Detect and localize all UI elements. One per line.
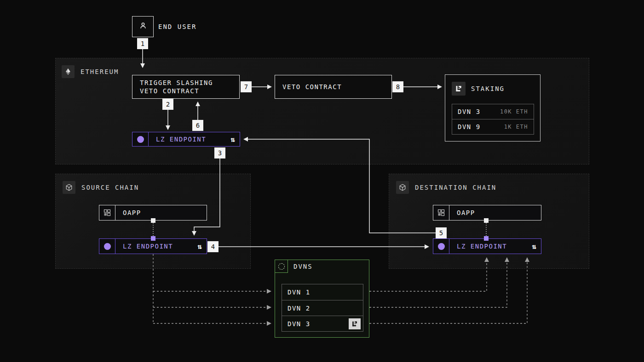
endpoint-dot-icon [99, 239, 115, 254]
destination-lz-endpoint-node: LZ ENDPOINT ⇅ [433, 238, 541, 254]
cube-icon [63, 181, 75, 194]
endpoint-dot-icon [132, 132, 149, 146]
src-oapp-port [151, 218, 155, 223]
dvns-label: DVNS [293, 260, 313, 273]
step-badge-3: 3 [214, 147, 225, 158]
step-badge-7: 7 [241, 81, 252, 92]
swap-arrows-icon: ⇅ [197, 239, 207, 254]
dvn-row-1: DVN 1 [282, 284, 363, 300]
diagram-canvas: END USER 1 2 3 4 5 6 7 8 ETHEREUM TRIGGE… [0, 0, 644, 362]
oapp-grid-icon [433, 205, 449, 220]
staking-dvn9-name: DVN 9 [458, 123, 481, 130]
destination-lz-endpoint-label: LZ ENDPOINT [449, 239, 507, 254]
ethereum-lz-endpoint-label: LZ ENDPOINT [149, 132, 206, 146]
staking-node: STAKING DVN 3 10K ETH DVN 9 1K ETH [445, 74, 540, 141]
step-badge-6: 6 [192, 120, 203, 131]
swap-arrows-icon: ⇅ [230, 132, 240, 146]
destination-oapp-label: OAPP [449, 205, 475, 220]
step-badge-8: 8 [392, 81, 403, 92]
dvn-list: DVN 1 DVN 2 DVN 3 [282, 284, 363, 332]
dst-endpoint-port [484, 236, 489, 241]
staking-label: STAKING [471, 85, 505, 92]
source-oapp-label: OAPP [115, 205, 141, 220]
dst-oapp-port [484, 218, 489, 223]
ethereum-header: ETHEREUM [62, 65, 119, 78]
step-badge-5: 5 [436, 227, 447, 238]
source-lz-endpoint-label: LZ ENDPOINT [115, 239, 173, 254]
trigger-contract-line1: TRIGGER SLASHING [140, 79, 232, 87]
dvn-row-3: DVN 3 [282, 316, 363, 331]
cube-icon [396, 181, 409, 194]
step-badge-1: 1 [137, 38, 148, 49]
destination-chain-label: DESTINATION CHAIN [415, 184, 496, 191]
veto-contract-label: VETO CONTRACT [282, 83, 384, 91]
user-icon [139, 22, 147, 32]
destination-chain-header: DESTINATION CHAIN [396, 181, 496, 194]
trigger-contract-line2: VETO CONTRACT [140, 87, 232, 95]
staking-dvn3-stake: 10K ETH [500, 108, 528, 115]
oapp-grid-icon [99, 205, 115, 220]
ethereum-icon [62, 65, 75, 78]
step-badge-4: 4 [207, 241, 218, 252]
end-user-node [132, 16, 154, 37]
trigger-slashing-veto-contract-node: TRIGGER SLASHING VETO CONTRACT [132, 75, 240, 99]
staking-row-dvn9: DVN 9 1K ETH [452, 119, 534, 135]
veto-contract-node: VETO CONTRACT [275, 75, 392, 99]
ethereum-lz-endpoint-node: LZ ENDPOINT ⇅ [132, 132, 240, 147]
dvns-node: DVNS DVN 1 DVN 2 DVN 3 [275, 260, 369, 338]
source-lz-endpoint-node: LZ ENDPOINT ⇅ [99, 238, 207, 254]
source-chain-header: SOURCE CHAIN [63, 181, 139, 194]
dvn-circle-icon [275, 260, 288, 273]
dvn2-label: DVN 2 [288, 305, 310, 312]
source-chain-label: SOURCE CHAIN [81, 184, 139, 191]
ethereum-label: ETHEREUM [80, 68, 119, 75]
staking-dvn9-stake: 1K ETH [504, 124, 528, 130]
end-user-label: END USER [158, 16, 196, 37]
staking-row-dvn3: DVN 3 10K ETH [452, 104, 534, 119]
dvn1-label: DVN 1 [288, 288, 310, 296]
src-endpoint-port [151, 236, 155, 241]
dvn-row-2: DVN 2 [282, 300, 363, 316]
layerzero-icon [349, 318, 361, 329]
layerzero-icon [452, 82, 466, 96]
dvn3-label: DVN 3 [288, 320, 310, 328]
swap-arrows-icon: ⇅ [532, 239, 541, 254]
endpoint-dot-icon [433, 239, 449, 254]
step-badge-2: 2 [162, 99, 173, 110]
staking-header: STAKING [452, 82, 505, 96]
staking-dvn3-name: DVN 3 [458, 108, 481, 115]
